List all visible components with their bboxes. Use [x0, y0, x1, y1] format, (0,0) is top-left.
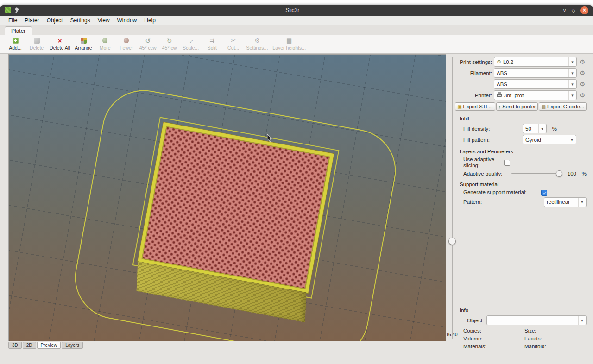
view-tab-2d[interactable]: 2D: [23, 342, 36, 349]
slic3r-window: Slic3r ∨ ◇ × File Plater Object Settings…: [0, 5, 593, 364]
filament2-gear-icon[interactable]: ⚙: [578, 81, 587, 88]
send-to-printer-button[interactable]: ↑ Send to printer: [496, 102, 538, 111]
arrange-button[interactable]: Arrange: [72, 37, 94, 50]
scale-button: ↔ Scale...: [180, 37, 202, 50]
fewer-icon: [124, 38, 129, 43]
support-pattern-select[interactable]: rectilinear ▾: [544, 197, 587, 207]
scale-icon: ↔: [186, 36, 195, 44]
close-icon: ×: [583, 7, 586, 13]
object-info-grid: Copies: Size: Volume: Facets: Materials:…: [463, 328, 587, 349]
export-button-row: ▣ Export STL... ↑ Send to printer ▤ Expo…: [460, 102, 587, 111]
app-logo-icon: [5, 7, 11, 13]
window-controls: ∨ ◇ ×: [562, 6, 588, 14]
model-object[interactable]: [132, 122, 334, 322]
profile-icon: ⚙: [497, 59, 501, 65]
slider-track: [452, 57, 453, 339]
add-button[interactable]: Add...: [5, 37, 26, 50]
generate-support-label: Generate support material:: [463, 189, 537, 195]
print-settings-gear-icon[interactable]: ⚙: [578, 58, 587, 65]
fewer-button: Fewer: [116, 37, 137, 50]
printer-gear-icon[interactable]: ⚙: [578, 92, 587, 99]
titlebar[interactable]: Slic3r ∨ ◇ ×: [0, 5, 593, 16]
info-section-header: Info: [460, 308, 587, 313]
rotate-cw-button: ↻ 45° cw: [159, 37, 180, 50]
chevron-down-icon: ▾: [538, 124, 546, 133]
menu-object[interactable]: Object: [43, 16, 67, 25]
info-size-label: Size:: [524, 328, 587, 333]
toolbar: Add... Delete × Delete All Arrange More …: [0, 35, 593, 54]
fill-density-combo[interactable]: 50 ▾: [523, 124, 547, 133]
layer-height-readout: 16.40: [444, 332, 459, 337]
filament2-select[interactable]: ABS ▾: [494, 79, 577, 89]
adaptive-quality-handle[interactable]: [556, 170, 562, 177]
chevron-down-icon: ▾: [568, 91, 576, 100]
info-volume-label: Volume:: [463, 336, 524, 341]
window-title: Slic3r: [22, 7, 562, 13]
adaptive-slicing-checkbox[interactable]: [504, 160, 510, 166]
filament-gear-icon[interactable]: ⚙: [578, 69, 587, 76]
tab-plater[interactable]: Plater: [5, 26, 32, 36]
layer-preview-slider[interactable]: [446, 54, 459, 341]
menu-plater[interactable]: Plater: [21, 16, 43, 25]
export-gcode-icon: ▤: [541, 104, 545, 109]
close-button[interactable]: ×: [580, 6, 588, 14]
slider-handle[interactable]: [448, 238, 456, 245]
cut-button: ✂ Cut...: [223, 37, 244, 50]
info-facets-label: Facets:: [524, 336, 587, 341]
more-icon: [102, 38, 107, 43]
menu-file[interactable]: File: [5, 16, 21, 25]
shade-window-icon[interactable]: ∨: [562, 8, 566, 13]
info-manifold-label: Manifold:: [524, 344, 587, 349]
chevron-down-icon: ▾: [568, 69, 576, 77]
printer-select[interactable]: 3nt_prof ▾: [494, 90, 577, 100]
delete-icon: [34, 38, 40, 44]
main-area: 16.40 3D 2D Preview Layers Print setting…: [0, 54, 593, 364]
export-stl-icon: ▣: [457, 104, 461, 109]
menu-bar: File Plater Object Settings View Window …: [0, 16, 593, 25]
adaptive-quality-slider[interactable]: [511, 170, 562, 177]
maximize-icon[interactable]: ◇: [572, 8, 575, 13]
tab-row: Plater: [0, 25, 593, 35]
cut-icon: ✂: [231, 37, 236, 44]
chevron-down-icon: ▾: [568, 57, 576, 66]
info-copies-label: Copies:: [463, 328, 524, 333]
view-tab-layers[interactable]: Layers: [62, 342, 83, 349]
view-tab-3d[interactable]: 3D: [8, 342, 22, 349]
printer-icon: [497, 94, 502, 97]
filament-select[interactable]: ABS ▾: [494, 68, 577, 78]
menu-window[interactable]: Window: [114, 16, 141, 25]
fill-pattern-label: Fill pattern:: [463, 137, 523, 143]
add-icon: [13, 38, 19, 44]
viewport-3d[interactable]: [8, 54, 446, 341]
printer-label: Printer:: [460, 93, 492, 98]
adaptive-quality-unit: %: [576, 171, 587, 176]
print-settings-label: Print settings:: [460, 59, 492, 65]
arrange-icon: [81, 38, 87, 44]
export-stl-button[interactable]: ▣ Export STL...: [455, 102, 495, 111]
export-gcode-button[interactable]: ▤ Export G-code...: [539, 102, 587, 111]
settings-gear-icon: ⚙: [254, 37, 260, 44]
adaptive-quality-value: 100: [564, 171, 576, 176]
split-icon: ⇉: [209, 37, 214, 44]
menu-settings[interactable]: Settings: [66, 16, 94, 25]
adaptive-slicing-label: Use adaptive slicing:: [463, 157, 500, 169]
infill-section-header: Infill: [460, 116, 587, 121]
delete-all-button[interactable]: × Delete All: [47, 37, 72, 50]
chevron-down-icon: ▾: [578, 198, 586, 207]
view-tab-preview[interactable]: Preview: [37, 342, 61, 349]
object-select[interactable]: ▾: [486, 315, 587, 325]
mouse-cursor: [267, 134, 272, 143]
more-button: More: [95, 37, 116, 50]
object-label: Object:: [467, 318, 486, 323]
menu-help[interactable]: Help: [140, 16, 159, 25]
print-settings-select[interactable]: ⚙ L0.2 ▾: [494, 57, 577, 67]
settings-panel: Print settings: ⚙ L0.2 ▾ ⚙ Filament: ABS…: [459, 54, 593, 364]
generate-support-checkbox[interactable]: [541, 190, 547, 196]
menu-view[interactable]: View: [94, 16, 114, 25]
layer-heights-icon: ▤: [286, 37, 292, 44]
pin-icon[interactable]: [14, 7, 19, 13]
info-materials-label: Materials:: [463, 344, 524, 349]
fill-pattern-select[interactable]: Gyroid ▾: [523, 135, 576, 144]
send-printer-icon: ↑: [498, 104, 501, 109]
object-settings-button: ⚙ Settings...: [244, 37, 271, 50]
